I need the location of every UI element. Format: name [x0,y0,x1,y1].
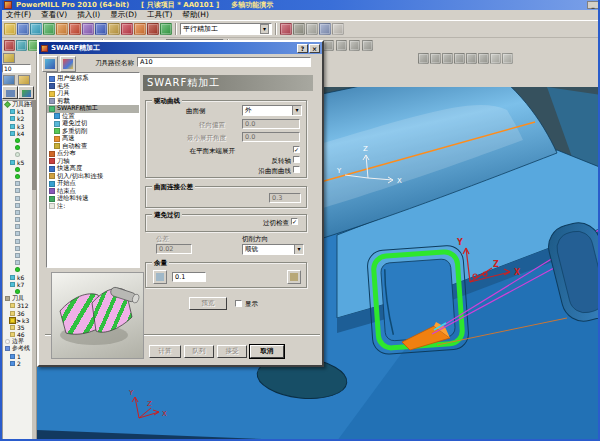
swap-b-icon[interactable] [466,53,477,64]
tree-item[interactable] [3,173,33,180]
menu-item[interactable]: 工具(T) [147,10,172,20]
block-icon[interactable] [69,23,81,35]
close-button[interactable]: × [309,44,320,53]
chevron-down-icon[interactable]: ▾ [294,245,303,254]
dialog-tree-item[interactable]: 多重切削 [47,128,139,136]
views-tab[interactable] [18,86,34,99]
record-icon[interactable] [490,53,501,64]
dialog-tree-item[interactable]: 位置 [47,113,139,121]
tree-item[interactable]: k6 [3,274,33,281]
menu-item[interactable]: 文件(F) [6,10,31,20]
macro-icon[interactable] [121,23,133,35]
viewmill-icon[interactable] [160,23,172,35]
cut-icon[interactable] [362,40,373,51]
tree-item[interactable]: 参考线 [3,345,33,352]
toolpath-name-input[interactable]: A10 [137,57,311,67]
surface-side-select[interactable]: 外 ▾ [242,105,302,116]
tree-item[interactable] [3,144,33,151]
spread-flat-ends-checkbox[interactable]: ✓ [293,146,300,153]
cancel-button[interactable]: 取消 [250,345,284,358]
tree-item[interactable] [3,209,33,216]
tree-item[interactable]: k4 [3,130,33,137]
chevron-down-icon[interactable]: ▾ [260,24,269,34]
tree-item[interactable]: 刀具 [3,295,33,302]
window-a-icon[interactable] [306,23,318,35]
reverse-checkbox[interactable] [293,156,300,163]
tree-item[interactable]: 1 [3,353,33,360]
tree-item[interactable] [3,166,33,173]
chevron-down-icon[interactable]: ▾ [292,106,301,115]
dialog-tree-item[interactable]: 高速 [47,135,139,143]
dialog-tree-item[interactable]: 注: [47,203,139,211]
tree-item[interactable]: 312 [3,302,33,309]
open-project-icon[interactable] [4,23,16,35]
tree-item[interactable] [3,238,33,245]
thickness-input[interactable]: 0.1 [172,272,206,282]
thickness-button[interactable] [153,270,167,284]
clock-icon[interactable] [418,53,429,64]
menu-item[interactable]: 显示(D) [110,10,137,20]
show-checkbox[interactable] [235,300,242,307]
folder-icon[interactable] [18,75,30,85]
follow-surface-checkbox[interactable] [293,166,300,173]
dialog-tree-item[interactable]: 避免过切 [47,120,139,128]
save-small-icon[interactable] [478,53,489,64]
block-cube-icon[interactable] [16,40,27,51]
tree-item[interactable]: k1 [3,108,33,115]
strategy-picker-button[interactable] [60,56,76,72]
gouge-check-checkbox[interactable]: ✓ [291,218,298,225]
tool-icon[interactable] [82,23,94,35]
explorer-tool-icon[interactable] [3,53,15,63]
tree-item[interactable] [3,223,33,230]
feature-set-icon[interactable] [108,23,120,35]
tree-item[interactable] [3,151,33,158]
tree-item[interactable] [3,137,33,144]
scrollbar-thumb[interactable] [32,100,36,190]
explorer-scrollbar[interactable] [32,100,36,441]
menu-item[interactable]: 查看(V) [41,10,67,20]
close-small-icon[interactable] [502,53,513,64]
collision-check-icon[interactable] [280,23,292,35]
explorer-tab[interactable] [2,86,18,99]
workplane-icon[interactable] [56,23,68,35]
tree-item[interactable]: k2 [3,115,33,122]
simulate-icon[interactable] [147,23,159,35]
image-icon[interactable] [3,75,15,85]
toolpath-strategy-icon[interactable] [30,23,42,35]
delete-icon[interactable] [293,23,305,35]
tree-item[interactable] [3,252,33,259]
calculator-button[interactable] [42,56,58,72]
close-toolbar-icon[interactable] [332,23,344,35]
tree-item[interactable] [3,202,33,209]
minimize-button[interactable]: _ [587,1,599,9]
pattern-icon[interactable] [43,23,55,35]
tree-item[interactable] [3,216,33,223]
refresh-icon[interactable] [430,53,441,64]
boundary-icon[interactable] [95,23,107,35]
save-project-icon[interactable] [17,23,29,35]
dialog-titlebar[interactable]: SWARF精加工 [39,42,322,54]
tree-item[interactable] [3,245,33,252]
tree-item[interactable] [3,266,33,273]
tree-item[interactable] [3,187,33,194]
dialog-tree-item[interactable]: SWARF精加工 [47,105,139,113]
tree-item[interactable]: 刀具路径 [3,101,33,108]
tree-item[interactable]: k3 [3,123,33,130]
nc-program-icon[interactable] [134,23,146,35]
window-b-icon[interactable] [319,23,331,35]
undo-icon[interactable] [336,40,347,51]
tree-item[interactable]: 36 [3,309,33,316]
menu-item[interactable]: 帮助(H) [182,10,209,20]
tree-item[interactable]: 2 [3,360,33,367]
tree-item[interactable] [3,180,33,187]
ibeam-icon[interactable] [442,53,453,64]
insert-icon[interactable] [323,40,334,51]
tree-item[interactable]: 35 [3,324,33,331]
tree-item[interactable] [3,194,33,201]
strategy-combobox[interactable]: 平行精加工 ▾ [180,23,272,35]
tree-item[interactable]: k7 [3,281,33,288]
explorer-combobox[interactable]: 10 [2,64,31,73]
tree-item[interactable] [3,259,33,266]
cut-direction-select[interactable]: 顺铣 ▾ [242,244,304,255]
thickness-table-button[interactable] [287,270,301,284]
